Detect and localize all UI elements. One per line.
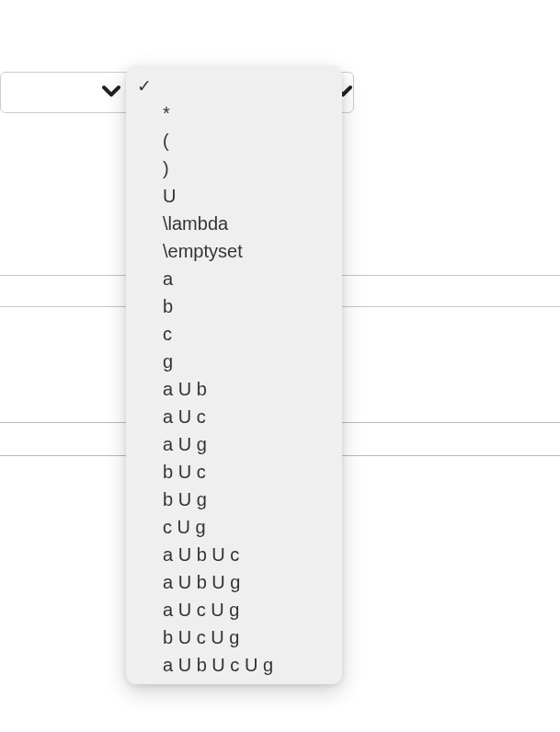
dropdown-item-label: b U c <box>163 462 331 483</box>
dropdown-item[interactable]: a <box>126 265 342 292</box>
dropdown-item-label: a <box>163 269 331 290</box>
dropdown-item[interactable]: c U g <box>126 513 342 541</box>
dropdown-item-label: a U b <box>163 379 331 400</box>
chevron-down-icon <box>102 85 120 101</box>
regex-symbol-dropdown: ✓*()U\lambda\emptysetabcga U ba U ca U g… <box>126 66 342 684</box>
dropdown-item-label: U <box>163 186 331 207</box>
dropdown-item[interactable]: ✓ <box>126 72 342 99</box>
dropdown-item-label: b U c U g <box>163 627 331 648</box>
dropdown-item-label: a U b U c <box>163 544 331 566</box>
dropdown-item[interactable]: b U c <box>126 458 342 486</box>
dropdown-item-label: a U c U g <box>163 600 331 621</box>
check-icon: ✓ <box>137 75 163 97</box>
dropdown-item[interactable]: * <box>126 99 342 127</box>
dropdown-item-label: g <box>163 351 331 372</box>
dropdown-item-label: * <box>163 103 331 124</box>
dropdown-item-label: ) <box>163 158 331 179</box>
dropdown-item[interactable]: a U g <box>126 430 342 458</box>
dropdown-item-label: a U g <box>163 434 331 455</box>
dropdown-item-label: a U c <box>163 406 331 428</box>
dropdown-item[interactable]: \emptyset <box>126 237 342 265</box>
dropdown-item[interactable]: a U b U c <box>126 541 342 568</box>
dropdown-item[interactable]: U <box>126 182 342 210</box>
dropdown-item[interactable]: c <box>126 320 342 348</box>
dropdown-item[interactable]: a U c U g <box>126 596 342 623</box>
dropdown-item[interactable]: \lambda <box>126 210 342 237</box>
dropdown-item-label: a U b U c U g <box>163 655 331 676</box>
dropdown-item[interactable]: g <box>126 348 342 375</box>
dropdown-item-label: \lambda <box>163 213 331 234</box>
dropdown-item[interactable]: b U g <box>126 486 342 513</box>
dropdown-item-label: b U g <box>163 489 331 510</box>
dropdown-item[interactable]: a U c <box>126 403 342 430</box>
dropdown-item[interactable]: ) <box>126 154 342 182</box>
dropdown-item[interactable]: a U b U c U g <box>126 651 342 679</box>
dropdown-item[interactable]: ( <box>126 127 342 154</box>
dropdown-item-label: c <box>163 324 331 345</box>
dropdown-item-label: b <box>163 296 331 317</box>
dropdown-item[interactable]: a U b <box>126 375 342 403</box>
dropdown-item-label: c U g <box>163 517 331 538</box>
dropdown-item[interactable]: b <box>126 292 342 320</box>
dropdown-item-label: ( <box>163 131 331 152</box>
dropdown-item[interactable]: b U c U g <box>126 623 342 651</box>
dropdown-item-label: a U b U g <box>163 572 331 593</box>
dropdown-item-label: \emptyset <box>163 241 331 262</box>
dropdown-item[interactable]: a U b U g <box>126 568 342 596</box>
